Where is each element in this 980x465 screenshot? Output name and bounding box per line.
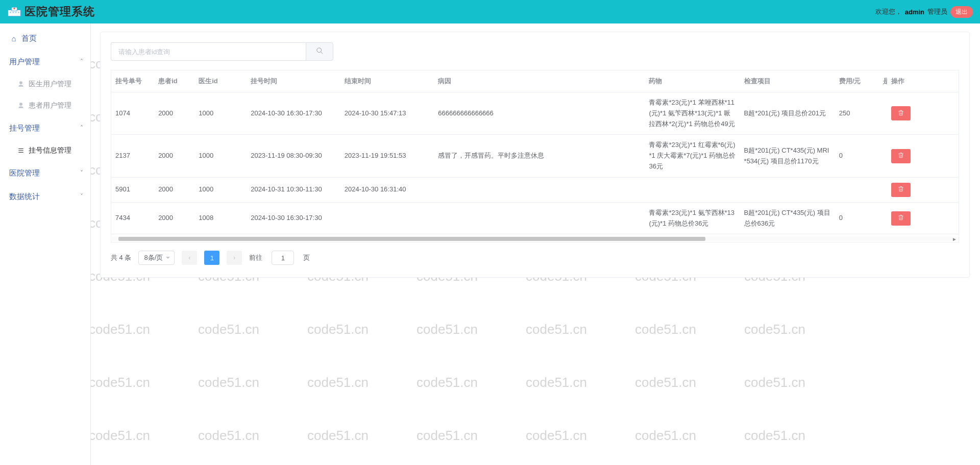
sidebar-group-0[interactable]: 用户管理˄: [0, 50, 90, 74]
cell: 1000: [194, 177, 247, 202]
search-icon: [316, 47, 324, 56]
goto-label: 前往: [249, 253, 262, 262]
trash-icon: [897, 185, 904, 194]
hospital-logo-icon: [7, 6, 21, 17]
sidebar-item-1-0[interactable]: 挂号信息管理: [0, 140, 90, 161]
table-row: 5901200010002024-10-31 10:30-11:302024-1…: [111, 177, 959, 202]
pagination: 共 4 条 8条/页 ‹ 1 › 前往 页: [111, 251, 959, 265]
cell: 1008: [194, 202, 247, 234]
cell: 1000: [194, 135, 247, 177]
logout-button[interactable]: 退出: [950, 6, 973, 18]
cell: 2024-10-31 10:30-11:30: [247, 177, 340, 202]
cell: 666666666666666: [434, 92, 645, 135]
list-icon: [16, 147, 26, 154]
cell: 1074: [111, 92, 154, 135]
search-input[interactable]: [111, 42, 306, 61]
delete-button[interactable]: [891, 211, 911, 226]
page-size-select[interactable]: 8条/页: [138, 251, 175, 265]
sidebar-item-label: 患者用户管理: [29, 101, 71, 110]
delete-button[interactable]: [891, 149, 911, 163]
sidebar-home-label: 首页: [21, 34, 37, 43]
cell: [645, 177, 740, 202]
cell: 感冒了，开感冒药。平时多注意休息: [434, 135, 645, 177]
sidebar-item-0-1[interactable]: 患者用户管理: [0, 95, 90, 116]
sidebar-item-0-0[interactable]: 医生用户管理: [0, 74, 90, 95]
cell: 2000: [154, 202, 194, 234]
scrollbar-thumb[interactable]: [118, 237, 705, 241]
chevron-up-icon: ˄: [80, 125, 83, 132]
col-header-0: 挂号单号: [111, 70, 154, 92]
sidebar-group-label: 用户管理: [9, 57, 40, 67]
page-1-button[interactable]: 1: [204, 251, 219, 265]
col-header-8: 费用/元: [835, 70, 879, 92]
trash-icon: [897, 214, 904, 223]
svg-rect-3: [14, 8, 14, 10]
cell: [879, 202, 887, 234]
cell: 5901: [111, 177, 154, 202]
cell: 2024-10-30 16:30-17:30: [247, 92, 340, 135]
sidebar-item-label: 挂号信息管理: [29, 146, 71, 155]
cell: B超*201(元) 项目总价201元: [740, 92, 835, 135]
col-header-4: 结束时间: [340, 70, 434, 92]
cell: 2024-10-30 16:30-17:30: [247, 202, 340, 234]
cell: [879, 92, 887, 135]
table-wrapper: 挂号单号患者id医生id挂号时间结束时间病因药物检查项目费用/元是操作 1074…: [111, 70, 959, 234]
col-header-1: 患者id: [154, 70, 194, 92]
delete-button[interactable]: [891, 183, 911, 197]
sidebar-group-3[interactable]: 数据统计˅: [0, 185, 90, 208]
svg-line-9: [321, 52, 323, 54]
cell: 2137: [111, 135, 154, 177]
sidebar-group-label: 医院管理: [9, 168, 40, 178]
cell: 1000: [194, 92, 247, 135]
delete-button[interactable]: [891, 106, 911, 120]
cell: 0: [835, 135, 879, 177]
table-row: 7434200010082024-10-30 16:30-17:30青霉素*23…: [111, 202, 959, 234]
scroll-right-icon: ►: [951, 236, 958, 242]
cell: [740, 177, 835, 202]
header-right: 欢迎您， admin 管理员 退出: [875, 6, 973, 18]
sidebar-item-home[interactable]: ⌂ 首页: [0, 27, 90, 50]
goto-suffix: 页: [303, 253, 310, 262]
user-icon: [16, 102, 26, 109]
table-row: 2137200010002023-11-19 08:30-09:302023-1…: [111, 135, 959, 177]
goto-page-input[interactable]: [272, 251, 294, 265]
sidebar-group-1[interactable]: 挂号管理˄: [0, 116, 90, 140]
chevron-down-icon: ˅: [80, 193, 83, 200]
col-header-9: 是: [879, 70, 887, 92]
user-role: 管理员: [927, 7, 947, 16]
col-header-3: 挂号时间: [247, 70, 340, 92]
cell: 2023-11-19 19:51:53: [340, 135, 434, 177]
welcome-text: 欢迎您，: [875, 7, 902, 16]
cell: [879, 177, 887, 202]
col-header-2: 医生id: [194, 70, 247, 92]
cell: 7434: [111, 202, 154, 234]
user-icon: [16, 81, 26, 88]
sidebar-group-2[interactable]: 医院管理˅: [0, 161, 90, 185]
cell: 青霉素*23(元)*1 氨苄西林*13(元)*1 药物总价36元: [645, 202, 740, 234]
horizontal-scrollbar[interactable]: ◄ ►: [111, 235, 959, 242]
col-header-5: 病因: [434, 70, 645, 92]
cell: [434, 202, 645, 234]
home-icon: ⌂: [9, 34, 18, 43]
sidebar-item-label: 医生用户管理: [29, 80, 71, 89]
sidebar-group-label: 挂号管理: [9, 124, 40, 133]
table-row: 1074200010002024-10-30 16:30-17:302024-1…: [111, 92, 959, 135]
svg-rect-7: [18, 12, 19, 13]
cell: 2000: [154, 135, 194, 177]
svg-point-8: [316, 48, 321, 53]
cell: 2024-10-30 16:31:40: [340, 177, 434, 202]
cell: 青霉素*23(元)*1 苯唑西林*11(元)*1 氨苄西林*13(元)*1 哌拉…: [645, 92, 740, 135]
search-button[interactable]: [306, 42, 333, 61]
chevron-down-icon: ˅: [80, 169, 83, 177]
next-page-button[interactable]: ›: [227, 251, 242, 265]
cell: 青霉素*23(元)*1 红霉素*6(元)*1 庆大霉素*7(元)*1 药物总价3…: [645, 135, 740, 177]
prev-page-button[interactable]: ‹: [182, 251, 197, 265]
registration-table: 挂号单号患者id医生id挂号时间结束时间病因药物检查项目费用/元是操作 1074…: [111, 70, 959, 234]
search-bar: [111, 42, 959, 61]
cell: 0: [835, 202, 879, 234]
cell: B超*201(元) CT*435(元) MRI*534(元) 项目总价1170元: [740, 135, 835, 177]
user-name: admin: [905, 8, 924, 16]
cell: [879, 135, 887, 177]
trash-icon: [897, 152, 904, 160]
cell: [340, 202, 434, 234]
